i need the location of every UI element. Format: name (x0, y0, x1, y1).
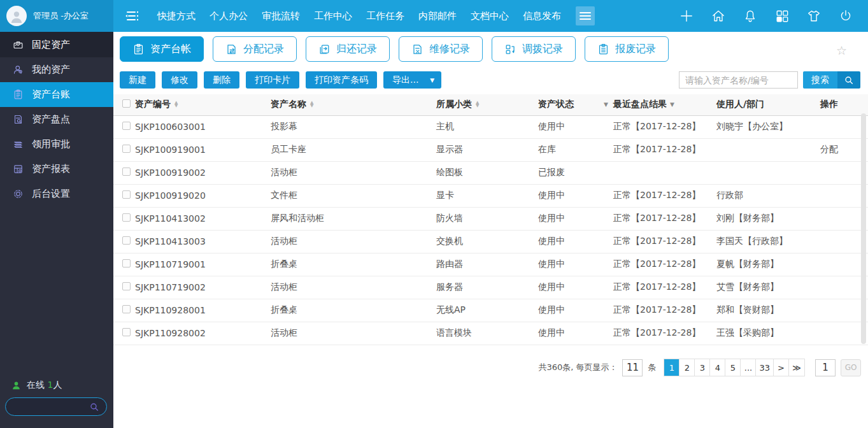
sort-icon[interactable]: ▲▼ (476, 101, 479, 108)
sidebar-item-requisition-approval[interactable]: 领用审批 (0, 132, 113, 157)
nav-item-work-center[interactable]: 工作中心 (307, 0, 359, 32)
row-action (815, 184, 868, 207)
status-filter-icon[interactable]: ▼ (604, 101, 608, 108)
asset-code: SJKP110413002 (135, 207, 271, 230)
asset-name: 活动柜 (271, 161, 436, 184)
row-checkbox[interactable] (122, 168, 131, 176)
row-checkbox[interactable] (122, 190, 131, 199)
goto-page-input[interactable] (815, 359, 836, 376)
nav-item-shortcuts[interactable]: 快捷方式 (150, 0, 203, 32)
asset-name: 折叠桌 (271, 299, 436, 322)
select-all-checkbox[interactable] (122, 99, 131, 108)
pagination-total-label: 共360条, 每页显示： (538, 362, 617, 373)
page-button-33[interactable]: 33 (756, 359, 774, 376)
nav-item-approval-flow[interactable]: 审批流转 (255, 0, 307, 32)
row-checkbox[interactable] (122, 145, 131, 153)
sidebar-item-my-assets[interactable]: 我的资产 (0, 57, 113, 82)
tab-asset-ledger[interactable]: 资产台帐 (120, 36, 204, 62)
sort-icon[interactable]: ▲▼ (174, 101, 178, 108)
sidebar-item-asset-reports[interactable]: 资产报表 (0, 157, 113, 182)
row-checkbox[interactable] (122, 328, 131, 336)
asset-status: 使用中 (538, 299, 613, 322)
allocate-action-link[interactable]: 分配 (815, 138, 868, 161)
table-row: SJKP110413003 活动柜 交换机 使用中 正常【2017-12-28】… (113, 230, 868, 253)
print-barcode-button[interactable]: 打印资产条码 (306, 71, 377, 89)
clipboard-lines-icon (597, 43, 609, 55)
page-button-4[interactable]: 4 (710, 359, 725, 376)
table-row: SJKP100603001 投影幕 主机 使用中 正常【2017-12-28】 … (113, 115, 868, 138)
inventory-result: 正常【2017-12-28】 (613, 115, 716, 138)
go-button[interactable]: GO (841, 359, 861, 376)
page-button-2[interactable]: 2 (679, 359, 695, 376)
sidebar-item-asset-inventory[interactable]: 资产盘点 (0, 107, 113, 132)
row-checkbox[interactable] (122, 213, 131, 222)
row-checkbox[interactable] (122, 122, 131, 130)
sidebar-module-fixed-assets[interactable]: 固定资产 (0, 32, 113, 57)
asset-user: 夏帆【财务部】 (716, 253, 815, 276)
print-card-button[interactable]: 打印卡片 (246, 71, 299, 89)
inventory-result: 正常【2017-12-28】 (613, 230, 716, 253)
nav-item-document-center[interactable]: 文档中心 (464, 0, 516, 32)
nav-item-personal-office[interactable]: 个人办公 (203, 0, 255, 32)
page-button-1[interactable]: 1 (664, 359, 679, 376)
row-checkbox[interactable] (122, 282, 131, 290)
page-button-3[interactable]: 3 (695, 359, 710, 376)
export-dropdown-button[interactable]: 导出... ▼ (383, 71, 441, 89)
pagination: 共360条, 每页显示： 条 1 2 3 4 5 ... 33 > ≫ GO (538, 359, 861, 376)
search-button[interactable]: 搜索 (803, 71, 860, 89)
sort-icon[interactable]: ▲▼ (310, 101, 313, 108)
favorite-star-icon[interactable]: ☆ (836, 45, 847, 57)
header-action-icons (679, 9, 868, 24)
asset-user: 刘刚【财务部】 (716, 207, 815, 230)
page-button-5[interactable]: 5 (725, 359, 741, 376)
sidebar: 固定资产 我的资产 资产台账 资产盘点 领用审批 资产报表 后台设置 (0, 32, 113, 428)
nav-item-work-tasks[interactable]: 工作任务 (359, 0, 411, 32)
edit-button[interactable]: 修改 (162, 71, 197, 89)
inventory-result: 正常【2017-12-28】 (613, 138, 716, 161)
last-page-button[interactable]: ≫ (789, 359, 804, 376)
row-action (815, 207, 868, 230)
more-menus-icon[interactable] (576, 6, 595, 25)
notifications-bell-icon[interactable] (743, 9, 757, 24)
sidebar-module-label: 固定资产 (32, 39, 70, 51)
online-person-icon (11, 381, 21, 390)
tab-scrap-records[interactable]: 报废记录 (585, 36, 669, 62)
delete-button[interactable]: 删除 (204, 71, 239, 89)
row-checkbox[interactable] (122, 305, 131, 313)
tab-allocation-records[interactable]: 分配记录 (213, 36, 297, 62)
report-icon (12, 164, 24, 175)
nav-item-info-publish[interactable]: 信息发布 (516, 0, 568, 32)
nav-item-internal-mail[interactable]: 内部邮件 (411, 0, 464, 32)
asset-name: 活动柜 (271, 322, 436, 345)
sidebar-item-label: 资产台账 (32, 89, 70, 101)
row-checkbox[interactable] (122, 236, 131, 245)
asset-category: 服务器 (436, 276, 538, 299)
page-size-input[interactable] (622, 359, 643, 376)
table-row: SJKP100919020 文件柜 显卡 使用中 正常【2017-12-28】 … (113, 184, 868, 207)
asset-user (716, 161, 815, 184)
tab-return-records[interactable]: 归还记录 (306, 36, 390, 62)
briefcase-icon (12, 39, 24, 50)
tab-repair-records[interactable]: 维修记录 (399, 36, 483, 62)
asset-category: 交换机 (436, 230, 538, 253)
tab-transfer-records[interactable]: 调拨记录 (492, 36, 576, 62)
next-page-button[interactable]: > (774, 359, 789, 376)
new-button[interactable]: 新建 (120, 71, 155, 89)
theme-shirt-icon[interactable] (806, 9, 821, 24)
logout-power-icon[interactable] (838, 9, 853, 24)
sidebar-search-icon[interactable] (89, 402, 99, 412)
apps-grid-icon[interactable] (774, 9, 789, 24)
inventory-filter-icon[interactable]: ▼ (670, 101, 674, 108)
row-checkbox[interactable] (122, 259, 131, 268)
sidebar-item-backend-settings[interactable]: 后台设置 (0, 182, 113, 206)
table-scrollbar[interactable] (861, 113, 866, 344)
top-nav: 快捷方式 个人办公 审批流转 工作中心 工作任务 内部邮件 文档中心 信息发布 (150, 0, 568, 32)
sidebar-item-asset-ledger[interactable]: 资产台账 (0, 82, 113, 107)
home-icon[interactable] (711, 9, 725, 24)
user-panel[interactable]: 管理员 -办公室 (0, 0, 113, 32)
sidebar-search-input[interactable] (6, 402, 89, 411)
inventory-result (613, 161, 716, 184)
nav-list-icon[interactable] (124, 10, 140, 22)
asset-search-input[interactable] (679, 71, 798, 89)
add-icon[interactable] (679, 9, 694, 24)
